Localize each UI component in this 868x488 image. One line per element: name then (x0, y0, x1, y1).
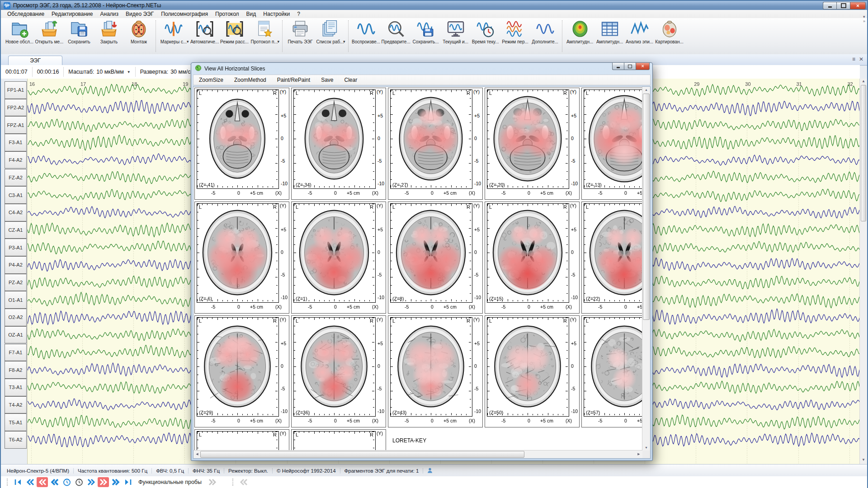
toolbar-markers[interactable]: Маркеры с... (159, 19, 189, 44)
window-minimize-button[interactable] (823, 2, 836, 9)
menu-item-8[interactable]: ? (293, 10, 304, 18)
menu-item-1[interactable]: Редактирование (48, 10, 96, 18)
tab-eeg[interactable]: ЭЭГ (8, 56, 62, 66)
menu-item-4[interactable]: Полисомнография (157, 10, 212, 18)
channel-label-t5-a1[interactable]: T5-A1 (5, 413, 27, 431)
scroll-left-icon[interactable]: ◀ (194, 452, 200, 456)
right-label: R (467, 204, 470, 210)
channel-label-oz-a1[interactable]: OZ-A1 (5, 326, 27, 344)
channel-label-c3-a1[interactable]: C3-A1 (5, 186, 27, 204)
channel-label-o1-a1[interactable]: O1-A1 (5, 291, 27, 309)
channel-label-f4-a2[interactable]: F4-A2 (5, 151, 27, 169)
menu-item-6[interactable]: Вид (243, 10, 260, 18)
channel-label-f8-a2[interactable]: F8-A2 (5, 361, 27, 379)
tab-list-icon[interactable]: ≡ (852, 56, 855, 62)
dialog-menu-zoomsize[interactable]: ZoomSize (193, 77, 229, 83)
dialog-menu-zoommethod[interactable]: ZoomMethod (229, 77, 272, 83)
func-prev-button[interactable] (238, 477, 249, 487)
dialog-titlebar[interactable]: View All Horizontal Slices ✕ (191, 63, 652, 75)
channel-label-c4-a2[interactable]: C4-A2 (5, 204, 27, 221)
toolbar-open-study[interactable]: Открыть ме... (34, 19, 64, 44)
scale-select[interactable]: Масштаб:10 мкВ/мм▼ (64, 67, 135, 77)
channel-label-t3-a1[interactable]: T3-A1 (5, 379, 27, 396)
dialog-minimize-button[interactable] (612, 63, 624, 70)
next-page-button[interactable] (110, 477, 121, 487)
channel-label-fp1-a1[interactable]: FP1-A1 (5, 81, 27, 99)
tab-close-icon[interactable]: ✕ (859, 56, 863, 62)
forward-button[interactable] (85, 477, 97, 487)
channel-label-f3-a1[interactable]: F3-A1 (5, 134, 27, 151)
toolbar-new-study[interactable]: Новое обсл... (5, 19, 34, 44)
toolbar-print-eeg[interactable]: Печать ЭЭГ (285, 19, 315, 44)
menu-item-0[interactable]: Обследование (4, 10, 48, 18)
toolbar-epi-analysis[interactable]: Анализ эпи... (625, 19, 655, 44)
channel-label-p4-a2[interactable]: P4-A2 (5, 256, 27, 274)
toolbar-playback[interactable]: Воспроизве... (351, 19, 381, 44)
toolbar-close-study[interactable]: Закрыть (94, 19, 124, 44)
scrollbar-thumb[interactable] (200, 451, 524, 458)
channel-label-fp2-a2[interactable]: FP2-A2 (5, 99, 27, 117)
toolbar-current-time[interactable]: Время теку... (471, 19, 500, 44)
toolbar-amplitude-map[interactable]: Амплитудн... (565, 19, 595, 44)
channel-label-fpz-a1[interactable]: FPZ-A1 (5, 116, 27, 134)
go-first-button[interactable] (12, 477, 24, 487)
channel-label-o2-a2[interactable]: O2-A2 (5, 309, 27, 326)
play-fast-button[interactable] (73, 477, 85, 487)
channel-label-t6-a2[interactable]: T6-A2 (5, 431, 27, 449)
menu-item-5[interactable]: Протокол (212, 10, 243, 18)
window-maximize-button[interactable] (836, 2, 850, 9)
toolbar-preview[interactable]: Предварите... (381, 19, 411, 44)
prev-marker-button[interactable] (37, 477, 48, 487)
scroll-right-icon[interactable]: ▶ (636, 452, 642, 456)
window-close-button[interactable]: ✕ (850, 2, 866, 9)
go-last-button[interactable] (122, 477, 133, 487)
rewind-button[interactable] (49, 477, 60, 487)
next-marker-button[interactable] (98, 477, 109, 487)
toolbar-worklist[interactable]: Список раб... (315, 19, 345, 44)
scroll-down-icon[interactable]: ▼ (860, 458, 867, 464)
eeg-vertical-scrollbar[interactable]: ▲ ▼ (859, 79, 867, 464)
channel-label-t4-a2[interactable]: T4-A2 (5, 396, 27, 414)
toolbar-extra[interactable]: Дополните... (530, 19, 560, 44)
toolbar-save[interactable]: Сохранить (64, 19, 94, 44)
toolbar-current-view[interactable]: Текущий и... (441, 19, 471, 44)
dialog-maximize-button[interactable] (624, 63, 636, 70)
dropdown-arrow-icon[interactable]: ▾ (278, 39, 280, 44)
menu-item-3[interactable]: Видео ЭЭГ (122, 10, 157, 18)
toolbar-protocol[interactable]: Протокол п... (250, 19, 279, 44)
toolbar-overflow-icon[interactable]: ▾» (863, 14, 865, 23)
window-titlebar[interactable]: Просмотр ЭЭГ, 23 года, 25.12.2008 - Нейр… (1, 1, 867, 10)
prev-page-button[interactable] (24, 477, 36, 487)
toolbar-amplitude-table[interactable]: Амплитудн... (595, 19, 625, 44)
toolbar-mapping[interactable]: Картирован... (655, 19, 684, 44)
scrollbar-thumb[interactable] (861, 85, 866, 221)
dialog-vertical-scrollbar[interactable]: ▲ ▼ (642, 87, 650, 450)
channel-label-pz-a2[interactable]: PZ-A2 (5, 274, 27, 291)
dialog-horizontal-scrollbar[interactable]: ◀ ▶ (193, 450, 642, 458)
scroll-up-icon[interactable]: ▲ (860, 79, 867, 85)
play-realtime-button[interactable] (61, 477, 72, 487)
toolbar-review-mode[interactable]: Режим расс... (220, 19, 250, 44)
menu-item-7[interactable]: Настройки (259, 10, 293, 18)
channel-label-p3-a1[interactable]: P3-A1 (5, 239, 27, 256)
toolbar-save-fragment[interactable]: Сохранить... (411, 19, 441, 44)
scroll-up-icon[interactable]: ▲ (642, 88, 650, 91)
dialog-view-all-horizontal-slices[interactable]: View All Horizontal Slices ✕ ZoomSizeZoo… (191, 62, 653, 461)
channel-label-f7-a1[interactable]: F7-A1 (5, 344, 27, 361)
toolbar-overlay-mode[interactable]: Режим пер... (500, 19, 530, 44)
toolbar-auto-analysis[interactable]: Автоматиче... (190, 19, 220, 44)
scrollbar-thumb[interactable] (643, 94, 650, 320)
dropdown-arrow-icon[interactable]: ▾ (343, 39, 345, 44)
person-icon[interactable] (427, 467, 433, 474)
dialog-menu-paint-repaint[interactable]: Paint/RePaint (272, 77, 316, 83)
menu-item-2[interactable]: Анализ (97, 10, 123, 18)
dropdown-arrow-icon[interactable]: ▾ (187, 39, 189, 44)
channel-label-fz-a2[interactable]: FZ-A2 (5, 169, 27, 187)
channel-label-cz-a1[interactable]: CZ-A1 (5, 221, 27, 239)
scroll-down-icon[interactable]: ▼ (642, 446, 650, 449)
toolbar-montage[interactable]: Монтаж (124, 19, 154, 44)
dialog-menu-save[interactable]: Save (316, 77, 339, 83)
dialog-menu-clear[interactable]: Clear (339, 77, 363, 83)
func-next-button[interactable] (207, 477, 218, 487)
dialog-close-button[interactable]: ✕ (636, 63, 650, 70)
